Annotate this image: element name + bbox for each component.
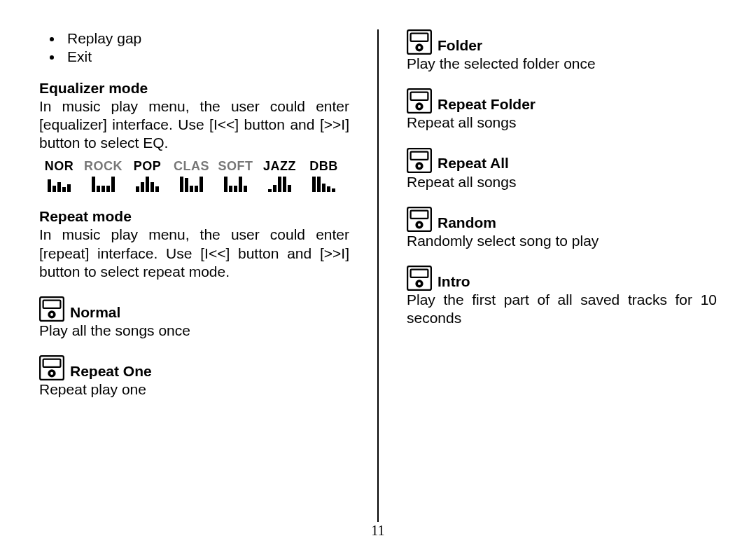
eq-preset-label: DBB [309,158,338,174]
repeat-mode-heading: Repeat mode [39,207,349,226]
mode-head: Random [407,207,717,232]
eq-bars-icon [268,175,291,192]
mode-description: Play the selected folder once [407,55,717,73]
repeat-mode-text: In music play menu, the user could enter… [39,226,349,281]
mode-title: Random [438,214,496,232]
mode-description: Randomly select song to play [407,232,717,250]
equalizer-preset-strip: NORROCKPOPCLASSOFTJAZZDBB [39,158,349,193]
eq-preset-label: SOFT [218,158,253,174]
mode-item: NormalPlay all the songs once [39,296,349,340]
mode-description: Play all the songs once [39,322,349,340]
eq-preset: NOR [39,158,79,193]
eq-bars-icon [92,175,115,192]
mode-head: Normal [39,296,349,322]
eq-preset: CLAS [172,158,211,193]
player-icon [407,207,432,232]
eq-preset: SOFT [216,158,255,193]
player-icon [407,88,432,114]
mode-head: Folder [407,29,717,55]
eq-preset-label: JAZZ [263,158,296,174]
mode-title: Normal [70,303,120,322]
left-mode-list: NormalPlay all the songs onceRepeat OneR… [39,296,349,399]
player-icon [39,296,64,322]
bullet-item: Exit [63,48,349,66]
mode-item: RandomRandomly select song to play [407,207,717,250]
mode-title: Folder [438,36,482,55]
eq-preset-label: POP [134,158,162,174]
eq-preset: ROCK [83,158,123,193]
eq-preset: JAZZ [260,158,300,193]
left-column: Replay gap Exit Equalizer mode In music … [39,29,379,522]
mode-head: Repeat Folder [407,88,717,114]
eq-bars-icon [312,175,335,192]
mode-title: Intro [438,273,470,291]
equalizer-mode-heading: Equalizer mode [39,79,349,97]
mode-description: Repeat play one [39,380,349,399]
eq-preset-label: ROCK [84,158,122,174]
eq-bars-icon [136,175,159,192]
equalizer-mode-text: In music play menu, the user could enter… [39,97,349,153]
eq-bars-icon [224,175,247,192]
eq-preset: POP [127,158,167,193]
eq-preset: DBB [304,158,344,193]
mode-title: Repeat Folder [438,95,536,114]
mode-item: FolderPlay the selected folder once [407,29,717,73]
right-column: FolderPlay the selected folder onceRepea… [379,29,717,522]
bullet-item: Replay gap [63,29,349,48]
mode-description: Repeat all songs [407,114,717,132]
mode-title: Repeat One [70,362,152,380]
mode-title: Repeat All [438,154,509,172]
page-number: 11 [0,523,756,539]
mode-description: Repeat all songs [407,173,717,191]
mode-description: Play the first part of all saved tracks … [407,291,717,328]
player-icon [407,29,432,55]
right-mode-list: FolderPlay the selected folder onceRepea… [407,29,717,328]
mode-item: Repeat OneRepeat play one [39,355,349,399]
mode-head: Repeat One [39,355,349,380]
player-icon [407,266,432,291]
player-icon [407,148,432,173]
eq-preset-label: NOR [45,158,74,174]
mode-item: Repeat FolderRepeat all songs [407,88,717,132]
player-icon [39,355,64,380]
eq-preset-label: CLAS [174,158,209,174]
mode-head: Repeat All [407,148,717,173]
menu-bullets: Replay gap Exit [39,29,349,67]
mode-item: IntroPlay the first part of all saved tr… [407,266,717,328]
eq-bars-icon [48,175,71,192]
eq-bars-icon [180,175,203,192]
mode-item: Repeat AllRepeat all songs [407,148,717,191]
mode-head: Intro [407,266,717,291]
